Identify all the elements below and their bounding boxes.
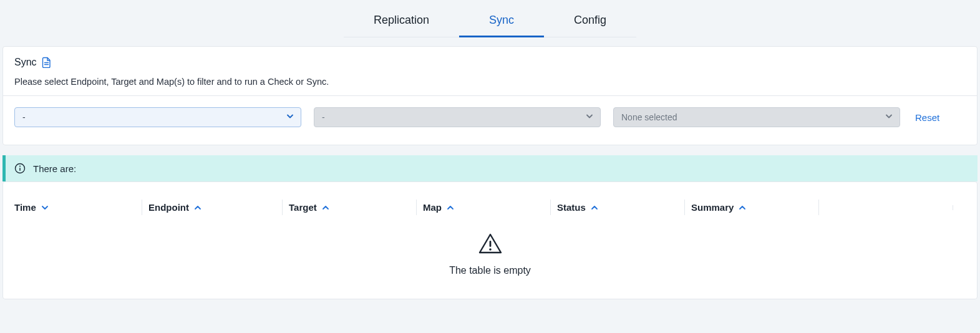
info-banner: There are:: [2, 155, 978, 181]
info-text: There are:: [33, 163, 76, 174]
tab-sync[interactable]: Sync: [459, 7, 544, 37]
col-endpoint[interactable]: Endpoint: [148, 200, 283, 215]
chevron-down-icon: [41, 204, 49, 211]
col-target-label: Target: [289, 202, 317, 213]
col-summary-label: Summary: [691, 202, 734, 213]
filters-row: - - None selected Reset: [14, 107, 966, 127]
results-table: Time Endpoint Target Map Status: [2, 181, 978, 299]
document-icon: [42, 57, 52, 68]
col-actions: [825, 205, 953, 210]
warning-icon: [14, 233, 966, 255]
maps-select[interactable]: None selected: [613, 107, 900, 127]
panel-description: Please select Endpoint, Target and Map(s…: [14, 77, 966, 87]
chevron-down-icon: [286, 112, 294, 123]
info-icon: [14, 163, 26, 174]
chevron-down-icon: [885, 112, 893, 123]
table-empty-state: The table is empty: [14, 215, 966, 276]
col-time-label: Time: [14, 202, 36, 213]
svg-rect-2: [19, 168, 21, 171]
col-time[interactable]: Time: [14, 200, 142, 215]
page-title: Sync: [14, 57, 37, 68]
target-select-value: -: [322, 112, 325, 122]
tab-config[interactable]: Config: [544, 7, 636, 37]
chevron-up-icon: [739, 204, 746, 211]
svg-point-4: [489, 248, 492, 251]
target-select[interactable]: -: [314, 107, 601, 127]
chevron-up-icon: [447, 204, 454, 211]
chevron-up-icon: [591, 204, 598, 211]
tabs-bar: Replication Sync Config: [0, 0, 980, 37]
endpoint-select-value: -: [22, 112, 26, 122]
col-summary[interactable]: Summary: [691, 200, 819, 215]
svg-rect-3: [489, 241, 491, 247]
col-endpoint-label: Endpoint: [148, 202, 189, 213]
maps-select-value: None selected: [621, 112, 677, 122]
endpoint-select[interactable]: -: [14, 107, 301, 127]
chevron-up-icon: [194, 204, 201, 211]
reset-button[interactable]: Reset: [915, 112, 939, 123]
col-status[interactable]: Status: [557, 200, 685, 215]
tabs: Replication Sync Config: [344, 7, 636, 37]
col-map-label: Map: [423, 202, 442, 213]
panel-title-row: Sync: [14, 57, 966, 68]
col-target[interactable]: Target: [289, 200, 417, 215]
chevron-up-icon: [322, 204, 329, 211]
tab-replication[interactable]: Replication: [344, 7, 459, 37]
table-header: Time Endpoint Target Map Status: [14, 200, 966, 215]
sync-panel: Sync Please select Endpoint, Target and …: [2, 46, 978, 145]
empty-message: The table is empty: [14, 265, 966, 276]
col-map[interactable]: Map: [423, 200, 551, 215]
chevron-down-icon: [585, 112, 594, 123]
divider: [3, 95, 977, 96]
svg-point-1: [19, 166, 21, 167]
col-status-label: Status: [557, 202, 586, 213]
